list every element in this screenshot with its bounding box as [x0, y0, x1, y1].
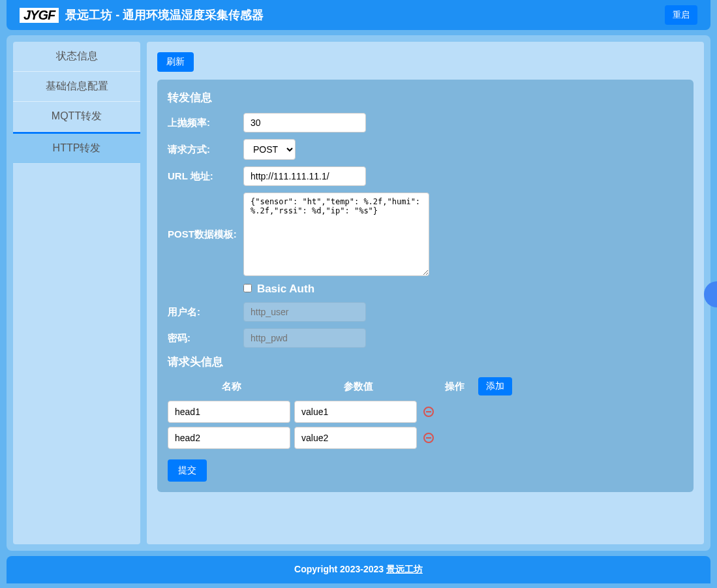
header-name-input[interactable]	[168, 427, 290, 449]
input-frequency[interactable]	[243, 113, 366, 132]
label-post-template: POST数据模板:	[168, 228, 243, 241]
form-row-frequency: 上抛频率:	[168, 113, 683, 132]
form-row-url: URL 地址:	[168, 166, 683, 186]
col-header-name: 名称	[168, 380, 295, 393]
logo: JYGF	[20, 8, 59, 23]
input-username[interactable]	[243, 302, 366, 322]
sidebar: 状态信息 基础信息配置 MQTT转发 HTTP转发	[13, 42, 140, 544]
forward-panel: 转发信息 上抛频率: 请求方式: POST GET URL 地址: POST数据…	[157, 80, 694, 492]
footer-link[interactable]: 景远工坊	[386, 564, 423, 574]
headers-section-title: 请求头信息	[168, 354, 683, 369]
header-value-input[interactable]	[294, 427, 417, 449]
label-password: 密码:	[168, 332, 243, 345]
header-row	[168, 427, 683, 449]
container: 状态信息 基础信息配置 MQTT转发 HTTP转发 刷新 转发信息 上抛频率: …	[7, 35, 710, 551]
sidebar-item-http[interactable]: HTTP转发	[13, 132, 140, 164]
sidebar-item-basic-config[interactable]: 基础信息配置	[13, 72, 140, 102]
header-row	[168, 401, 683, 423]
input-password[interactable]	[243, 328, 366, 348]
add-header-button[interactable]: 添加	[478, 377, 512, 395]
col-header-action: 操作	[435, 380, 474, 393]
label-frequency: 上抛频率:	[168, 117, 243, 129]
form-row-post-template: POST数据模板:	[168, 193, 683, 276]
submit-button[interactable]: 提交	[168, 459, 207, 482]
remove-icon[interactable]	[423, 407, 434, 417]
header-value-input[interactable]	[294, 401, 417, 423]
form-row-basic-auth: Basic Auth	[243, 283, 683, 296]
refresh-button[interactable]: 刷新	[157, 52, 194, 72]
header: JYGF 景远工坊 - 通用环境温湿度采集传感器 重启	[7, 0, 710, 30]
textarea-post-template[interactable]	[243, 193, 429, 276]
headers-table-header: 名称 参数值 操作 添加	[168, 377, 683, 395]
form-row-method: 请求方式: POST GET	[168, 139, 683, 160]
label-username: 用户名:	[168, 306, 243, 318]
label-basic-auth: Basic Auth	[257, 283, 314, 295]
header-name-input[interactable]	[168, 401, 290, 423]
form-row-username: 用户名:	[168, 302, 683, 322]
restart-button[interactable]: 重启	[665, 5, 697, 25]
footer-copyright: Copyright 2023-2023	[294, 564, 386, 574]
sidebar-item-mqtt[interactable]: MQTT转发	[13, 102, 140, 132]
checkbox-basic-auth[interactable]	[243, 284, 252, 292]
footer: Copyright 2023-2023 景远工坊	[7, 556, 710, 583]
header-title: 景远工坊 - 通用环境温湿度采集传感器	[65, 7, 264, 23]
section-title: 转发信息	[168, 90, 683, 105]
main-content: 刷新 转发信息 上抛频率: 请求方式: POST GET URL 地址: POS…	[147, 42, 704, 544]
input-url[interactable]	[243, 166, 366, 186]
select-method[interactable]: POST GET	[243, 139, 296, 160]
header-left: JYGF 景远工坊 - 通用环境温湿度采集传感器	[20, 7, 264, 23]
sidebar-item-status[interactable]: 状态信息	[13, 42, 140, 72]
remove-icon[interactable]	[423, 433, 434, 443]
label-method: 请求方式:	[168, 144, 243, 156]
col-header-value: 参数值	[295, 380, 422, 393]
label-url: URL 地址:	[168, 170, 243, 183]
form-row-password: 密码:	[168, 328, 683, 348]
